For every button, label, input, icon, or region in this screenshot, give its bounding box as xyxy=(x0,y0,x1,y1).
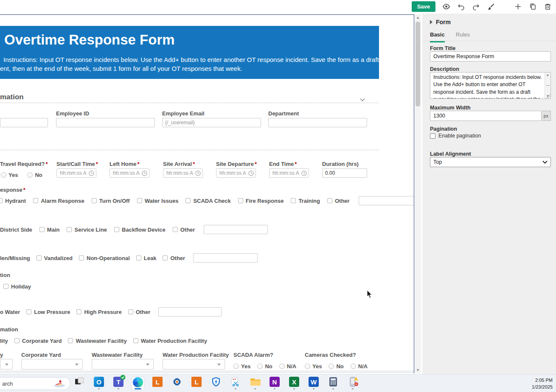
time-input[interactable] xyxy=(110,170,140,176)
checkbox-backflow-device[interactable]: Backflow Device xyxy=(114,227,166,233)
end-time-field[interactable] xyxy=(269,168,309,178)
panel-header[interactable]: Form xyxy=(430,19,451,25)
checkbox-other[interactable]: Other xyxy=(163,255,185,261)
excel-icon[interactable]: X xyxy=(288,376,300,391)
checkbox-high-pressure[interactable]: High Pressure xyxy=(76,309,121,315)
radio-icon[interactable] xyxy=(27,172,33,178)
radio-na[interactable]: N/A xyxy=(279,363,296,370)
file-explorer-icon[interactable] xyxy=(249,376,261,391)
scrollbar-thumb[interactable] xyxy=(416,22,420,106)
laserfiche-2-icon[interactable]: L xyxy=(190,376,203,391)
water-other-field[interactable] xyxy=(158,307,222,316)
time-input[interactable] xyxy=(270,170,300,176)
taskbar-clock[interactable]: 2:05 PM 1/23/2025 xyxy=(532,377,553,391)
checkbox-icon[interactable] xyxy=(33,198,38,203)
radio-na[interactable]: N/A xyxy=(351,363,368,370)
collapse-triangle-icon[interactable] xyxy=(430,20,432,24)
district-other-field[interactable] xyxy=(204,225,268,234)
checkbox-other[interactable]: Other xyxy=(128,309,151,315)
checkbox-icon[interactable] xyxy=(114,227,119,232)
scroll-up-arrow-icon[interactable]: ▲ xyxy=(415,14,421,21)
radio-icon[interactable] xyxy=(257,364,263,369)
preview-eye-icon[interactable] xyxy=(442,3,450,11)
facility-dropdown-cut[interactable] xyxy=(0,359,13,370)
undo-icon[interactable] xyxy=(457,3,465,11)
radio-icon[interactable] xyxy=(351,364,356,369)
snipping-tool-icon[interactable] xyxy=(229,376,242,391)
checkbox-icon[interactable] xyxy=(291,198,296,203)
checkbox-icon[interactable] xyxy=(39,227,45,232)
radio-no[interactable]: No xyxy=(257,363,272,370)
checkbox-icon[interactable] xyxy=(137,198,142,203)
theme-brush-icon[interactable] xyxy=(486,3,495,11)
textarea-scrollbar[interactable]: ▲ ▼ xyxy=(545,73,550,98)
checkbox-alarm-response[interactable]: Alarm Response xyxy=(33,198,84,204)
horizontal-scrollbar[interactable] xyxy=(0,370,414,373)
radio-yes[interactable]: Yes xyxy=(233,363,250,370)
checkbox-wastewater-facility[interactable]: Wastewater Facility xyxy=(68,338,126,344)
start-call-time-field[interactable] xyxy=(56,168,96,178)
radio-icon[interactable] xyxy=(305,364,310,369)
checkbox-main[interactable]: Main xyxy=(39,227,60,233)
checkbox-icon[interactable] xyxy=(173,227,178,232)
scroll-up-arrow-icon[interactable]: ▲ xyxy=(546,73,550,77)
scroll-down-arrow-icon[interactable]: ▼ xyxy=(415,367,421,373)
radio-icon[interactable] xyxy=(279,364,285,369)
checkbox-service-line[interactable]: Service Line xyxy=(67,227,107,233)
checkbox-other[interactable]: Other xyxy=(173,227,195,233)
checkbox-icon[interactable] xyxy=(136,255,141,260)
taskbar-search-box[interactable]: arch xyxy=(0,377,70,390)
checkbox-icon[interactable] xyxy=(163,255,168,260)
checkbox-scada-check[interactable]: SCADA Check xyxy=(185,198,230,204)
description-text[interactable]: Instructions: Input OT response incident… xyxy=(430,73,545,98)
checkbox-water-issues[interactable]: Water Issues xyxy=(137,198,179,204)
enable-pagination-option[interactable]: Enable pagination xyxy=(430,133,481,139)
duration-field[interactable] xyxy=(322,168,367,178)
checkbox-turn-on-off[interactable]: Turn On/Off xyxy=(92,198,130,204)
label-alignment-select[interactable]: Top xyxy=(430,157,551,167)
water-production-dropdown[interactable] xyxy=(163,359,225,370)
maximum-width-input[interactable] xyxy=(430,111,542,121)
teams-icon[interactable]: T xyxy=(112,376,125,391)
radio-yes[interactable]: Yes xyxy=(1,172,18,178)
checkbox-icon[interactable] xyxy=(185,198,191,203)
checkbox-icon[interactable] xyxy=(14,338,20,343)
device-security-icon[interactable] xyxy=(346,376,359,391)
corporate-yard-dropdown[interactable] xyxy=(21,359,83,370)
checkbox-vandalized[interactable]: Vandalized xyxy=(37,255,73,261)
checkbox-training[interactable]: Training xyxy=(291,198,320,204)
calculator-icon[interactable] xyxy=(327,376,340,391)
site-departure-field[interactable] xyxy=(216,168,256,178)
security-shield-icon[interactable] xyxy=(210,376,222,391)
employee-email-field[interactable] xyxy=(162,118,261,127)
copy-icon[interactable] xyxy=(528,3,537,11)
checkbox-icon[interactable] xyxy=(327,198,332,203)
checkbox-leak[interactable]: Leak xyxy=(136,255,157,261)
checkbox-icon[interactable] xyxy=(67,227,72,232)
checkbox-holiday[interactable]: Holiday xyxy=(3,283,31,290)
checkbox-non-operational[interactable]: Non-Operational xyxy=(79,255,130,261)
vertical-scrollbar[interactable]: ▲ ▼ xyxy=(415,14,421,373)
form-title-input[interactable] xyxy=(430,51,551,62)
department-field[interactable] xyxy=(268,118,367,127)
employee-name-field-cut[interactable] xyxy=(0,118,48,127)
checkbox-icon[interactable] xyxy=(68,338,73,343)
scrollbar-thumb[interactable] xyxy=(546,85,550,86)
checkbox-icon[interactable] xyxy=(92,198,97,203)
checkbox-water-production-facility[interactable]: Water Production Facility xyxy=(133,338,207,344)
checkbox-icon[interactable] xyxy=(238,198,243,203)
radio-no[interactable]: No xyxy=(329,363,343,370)
resize-handle-icon[interactable] xyxy=(546,94,550,98)
onenote-icon[interactable]: N xyxy=(268,376,281,391)
site-arrival-field[interactable] xyxy=(163,168,203,178)
time-input[interactable] xyxy=(216,170,247,176)
add-icon[interactable] xyxy=(514,3,522,11)
checkbox-icon[interactable] xyxy=(76,309,81,314)
form-header-block[interactable]: Overtime Response Form Instructions: Inp… xyxy=(0,26,379,79)
employee-id-field[interactable] xyxy=(56,118,155,127)
description-textarea[interactable]: Instructions: Input OT response incident… xyxy=(430,72,551,99)
left-home-field[interactable] xyxy=(110,168,149,178)
checkbox-icon[interactable] xyxy=(430,133,435,139)
radio-no[interactable]: No xyxy=(27,172,42,178)
time-input[interactable] xyxy=(163,170,194,176)
